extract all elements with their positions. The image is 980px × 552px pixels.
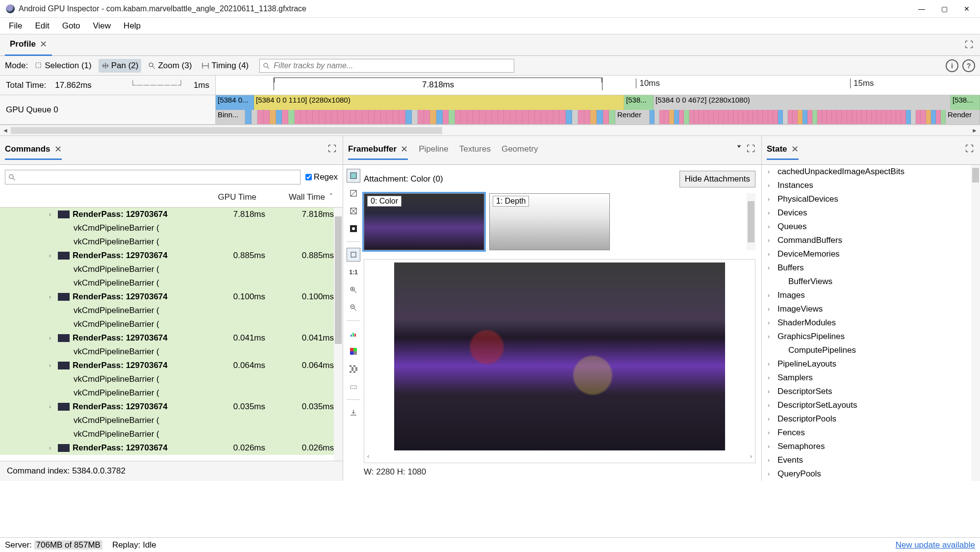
- mode-selection[interactable]: Selection (1): [32, 59, 94, 73]
- menu-goto[interactable]: Goto: [56, 19, 86, 33]
- attachment-thumb-color[interactable]: 0: Color: [364, 193, 484, 250]
- thumbs-vscroll[interactable]: [747, 193, 755, 250]
- tab-textures[interactable]: Textures: [459, 140, 491, 158]
- mode-timing[interactable]: Timing (4): [199, 59, 251, 73]
- expand-button[interactable]: [963, 144, 975, 154]
- flip-button[interactable]: [347, 380, 360, 394]
- state-item[interactable]: ›GraphicsPipelines: [762, 330, 980, 343]
- overdraw-button[interactable]: [347, 222, 360, 236]
- command-row[interactable]: vkCmdPipelineBarrier (: [0, 372, 334, 386]
- menu-file[interactable]: File: [3, 19, 28, 33]
- mode-pan[interactable]: Pan (2): [99, 59, 142, 73]
- state-item[interactable]: ›BufferViews: [762, 275, 980, 289]
- queue-track[interactable]: [5384 0...[5384 0 0 1110] (2280x1080)[53…: [216, 95, 980, 124]
- channels-button[interactable]: [347, 344, 360, 358]
- state-item[interactable]: ›Semaphores: [762, 440, 980, 453]
- state-item[interactable]: ›PhysicalDevices: [762, 192, 980, 206]
- menu-view[interactable]: View: [87, 19, 117, 33]
- state-item[interactable]: ›PipelineLayouts: [762, 357, 980, 371]
- state-item[interactable]: ›DescriptorPools: [762, 412, 980, 426]
- command-row[interactable]: vkCmdPipelineBarrier (: [0, 263, 334, 276]
- renderpass-row[interactable]: ›RenderPass: 1297036740.035ms0.035ms: [0, 400, 334, 414]
- scrollbar-thumb[interactable]: [11, 127, 442, 134]
- tab-pipeline[interactable]: Pipeline: [419, 140, 449, 158]
- close-icon[interactable]: ✕: [54, 144, 62, 155]
- mode-zoom[interactable]: Zoom (3): [145, 59, 195, 73]
- renderpass-row[interactable]: ›RenderPass: 1297036740.041ms0.041ms: [0, 331, 334, 345]
- expand-button[interactable]: [326, 144, 338, 154]
- state-item[interactable]: ›DescriptorSets: [762, 385, 980, 398]
- renderpass-row[interactable]: ›RenderPass: 1297036747.818ms7.818ms: [0, 208, 334, 221]
- commands-vscroll[interactable]: [334, 208, 343, 461]
- menu-edit[interactable]: Edit: [29, 19, 55, 33]
- fit-button[interactable]: [347, 248, 360, 262]
- download-button[interactable]: [347, 406, 360, 420]
- timeline-bar[interactable]: [5384 0 0 4672] (2280x1080): [653, 95, 951, 110]
- close-button[interactable]: ✕: [955, 1, 978, 17]
- command-row[interactable]: vkCmdPipelineBarrier (: [0, 414, 334, 427]
- state-vscroll[interactable]: [971, 165, 980, 481]
- state-item[interactable]: ›Buffers: [762, 261, 980, 275]
- state-item[interactable]: ›Samplers: [762, 371, 980, 385]
- filter-tracks-input[interactable]: [259, 59, 514, 73]
- sort-indicator[interactable]: ˄: [325, 192, 337, 202]
- attachment-thumb-depth[interactable]: 1: Depth: [489, 193, 610, 250]
- timeline-bar[interactable]: [538...: [624, 95, 653, 110]
- wireframe-button[interactable]: [347, 204, 360, 218]
- command-row[interactable]: vkCmdPipelineBarrier (: [0, 427, 334, 441]
- tab-geometry[interactable]: Geometry: [502, 140, 538, 158]
- state-item[interactable]: ›Images: [762, 289, 980, 302]
- tab-commands[interactable]: Commands ✕: [5, 140, 62, 160]
- tab-profile[interactable]: Profile ✕: [5, 34, 52, 56]
- color-channel-button[interactable]: [347, 169, 360, 183]
- command-row[interactable]: vkCmdPipelineBarrier (: [0, 386, 334, 400]
- minimize-button[interactable]: —: [910, 1, 933, 17]
- command-row[interactable]: vkCmdPipelineBarrier (: [0, 235, 334, 249]
- state-item[interactable]: ›DeviceMemories: [762, 247, 980, 261]
- timeline-bar[interactable]: [5384 0 0 1110] (2280x1080): [254, 95, 624, 110]
- timeline-bar[interactable]: [5384 0...: [216, 95, 254, 110]
- command-row[interactable]: vkCmdPipelineBarrier (: [0, 345, 334, 359]
- close-icon[interactable]: ✕: [401, 144, 408, 155]
- command-row[interactable]: vkCmdPipelineBarrier (: [0, 221, 334, 235]
- state-item[interactable]: ›QueryPools: [762, 467, 980, 481]
- depth-channel-button[interactable]: [347, 186, 360, 200]
- tab-framebuffer[interactable]: Framebuffer ✕: [348, 140, 408, 160]
- renderpass-row[interactable]: ›RenderPass: 1297036740.885ms0.885ms: [0, 249, 334, 263]
- state-item[interactable]: ›CommandBuffers: [762, 234, 980, 247]
- menu-help[interactable]: Help: [118, 19, 147, 33]
- time-axis[interactable]: 5ms 10ms 15ms 7.818ms: [216, 76, 980, 95]
- close-icon[interactable]: ✕: [791, 144, 799, 155]
- state-item[interactable]: ›Queues: [762, 220, 980, 234]
- checker-button[interactable]: [347, 362, 360, 376]
- zoom-in-button[interactable]: [347, 283, 360, 297]
- state-item[interactable]: ›Events: [762, 453, 980, 467]
- close-icon[interactable]: ✕: [40, 39, 47, 50]
- state-item[interactable]: ›Fences: [762, 426, 980, 440]
- regex-checkbox[interactable]: Regex: [305, 170, 338, 184]
- state-item[interactable]: ›cachedUnpackedImageAspectBits: [762, 165, 980, 179]
- renderpass-row[interactable]: ›RenderPass: 1297036740.026ms0.026ms: [0, 441, 334, 455]
- commands-search-input[interactable]: [5, 170, 301, 184]
- command-row[interactable]: vkCmdPipelineBarrier (: [0, 304, 334, 317]
- state-item[interactable]: ›ImageViews: [762, 302, 980, 316]
- info-button[interactable]: i: [946, 59, 958, 72]
- state-item[interactable]: ›Instances: [762, 179, 980, 192]
- update-link[interactable]: New update available: [895, 540, 975, 550]
- timeline-bar[interactable]: [538...: [951, 95, 980, 110]
- fullscreen-button[interactable]: [962, 39, 975, 52]
- actual-size-button[interactable]: 1:1: [347, 265, 360, 279]
- collapse-button[interactable]: [733, 144, 745, 155]
- renderpass-row[interactable]: ›RenderPass: 1297036740.064ms0.064ms: [0, 359, 334, 372]
- state-item[interactable]: ›Devices: [762, 206, 980, 220]
- command-row[interactable]: vkCmdPipelineBarrier (: [0, 317, 334, 331]
- tab-state[interactable]: State ✕: [767, 140, 799, 160]
- expand-button[interactable]: [745, 144, 756, 154]
- timeline-hscroll[interactable]: ◄ ►: [0, 125, 980, 135]
- renderpass-row[interactable]: ›RenderPass: 1297036740.100ms0.100ms: [0, 290, 334, 304]
- zoom-out-button[interactable]: [347, 301, 360, 315]
- hide-attachments-button[interactable]: Hide Attachments: [679, 171, 755, 187]
- state-item[interactable]: ›ShaderModules: [762, 316, 980, 330]
- framebuffer-preview[interactable]: ‹›: [364, 259, 755, 463]
- hist-button[interactable]: [347, 327, 360, 341]
